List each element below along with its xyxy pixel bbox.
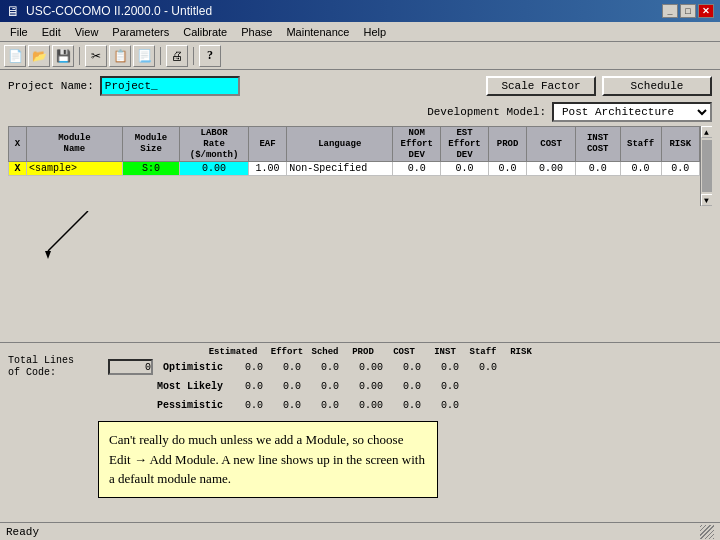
col-header-cost: COST — [527, 127, 576, 162]
cell-eaf[interactable]: 1.00 — [248, 162, 286, 176]
cell-module-name[interactable]: <sample> — [26, 162, 122, 176]
maximize-button[interactable]: □ — [680, 4, 696, 18]
cell-x: X — [9, 162, 27, 176]
optimistic-label: Optimistic — [157, 362, 227, 373]
scroll-down-arrow[interactable]: ▼ — [701, 194, 713, 206]
cell-inst-cost: 0.0 — [575, 162, 620, 176]
annotation-area: Can't really do much unless we add a Mod… — [8, 206, 712, 336]
total-lines-label: Total Linesof Code: — [8, 355, 74, 379]
opt-staff: 0.0 — [423, 362, 461, 373]
copy-button[interactable]: 📋 — [109, 45, 131, 67]
paste-button[interactable]: 📃 — [133, 45, 155, 67]
cell-staff: 0.0 — [620, 162, 661, 176]
schedule-button[interactable]: Schedule — [602, 76, 712, 96]
col-header-labor-rate: LABORRate($/month) — [180, 127, 249, 162]
dev-model-row: Development Model: Early Design Post Arc… — [8, 102, 712, 122]
project-row: Project Name: Scale Factor Schedule — [8, 76, 712, 96]
pess-effort: 0.0 — [227, 400, 265, 411]
col-header-eaf: EAF — [248, 127, 286, 162]
annotation-text: Can't really do much unless we add a Mod… — [109, 432, 425, 486]
cell-prod: 0.0 — [488, 162, 526, 176]
cell-est-effort: 0.0 — [441, 162, 489, 176]
scroll-up-arrow[interactable]: ▲ — [701, 126, 713, 138]
cut-button[interactable]: ✂ — [85, 45, 107, 67]
new-button[interactable]: 📄 — [4, 45, 26, 67]
col-header-inst-cost: INSTCOST — [575, 127, 620, 162]
svg-marker-1 — [45, 251, 51, 259]
most-likely-label: Most Likely — [157, 381, 227, 392]
menu-maintenance[interactable]: Maintenance — [280, 24, 355, 40]
project-name-input[interactable] — [100, 76, 240, 96]
ml-effort: 0.0 — [227, 381, 265, 392]
pessimistic-label: Pessimistic — [157, 400, 227, 411]
total-lines-input[interactable] — [108, 359, 153, 375]
ml-inst: 0.0 — [385, 381, 423, 392]
toolbar-separator-3 — [193, 47, 194, 65]
menu-calibrate[interactable]: Calibrate — [177, 24, 233, 40]
window-title: USC-COCOMO II.2000.0 - Untitled — [26, 4, 212, 18]
menu-phase[interactable]: Phase — [235, 24, 278, 40]
opt-sched: 0.0 — [265, 362, 303, 373]
totals-staff-header: Staff — [464, 347, 502, 357]
col-header-nom-effort: NOMEffortDEV — [393, 127, 441, 162]
cell-labor-rate[interactable]: 0.00 — [180, 162, 249, 176]
print-button[interactable]: 🖨 — [166, 45, 188, 67]
totals-inst-header: INST — [426, 347, 464, 357]
opt-inst: 0.0 — [385, 362, 423, 373]
opt-risk: 0.0 — [461, 362, 499, 373]
close-button[interactable]: ✕ — [698, 4, 714, 18]
minimize-button[interactable]: _ — [662, 4, 678, 18]
resize-handle[interactable] — [700, 525, 714, 539]
bottom-totals-area: Estimated Effort Sched PROD COST INST St… — [0, 342, 720, 418]
menu-help[interactable]: Help — [357, 24, 392, 40]
totals-sched-header: Sched — [306, 347, 344, 357]
title-bar-controls: _ □ ✕ — [662, 4, 714, 18]
toolbar: 📄 📂 💾 ✂ 📋 📃 🖨 ? — [0, 42, 720, 70]
totals-header-row: Estimated Effort Sched PROD COST INST St… — [8, 347, 712, 357]
table-container: X ModuleName ModuleSize LABORRate($/mont… — [8, 126, 712, 206]
cell-risk: 0.0 — [661, 162, 699, 176]
optimistic-row: Total Linesof Code: Optimistic 0.0 0.0 0… — [8, 358, 712, 376]
pessimistic-row: Pessimistic 0.0 0.0 0.0 0.00 0.0 0.0 — [8, 396, 712, 414]
totals-cost-header: COST — [382, 347, 426, 357]
pess-sched: 0.0 — [265, 400, 303, 411]
scroll-thumb[interactable] — [702, 140, 712, 192]
app-icon: 🖥 — [6, 3, 20, 19]
open-button[interactable]: 📂 — [28, 45, 50, 67]
dev-model-label: Development Model: — [427, 106, 546, 118]
title-bar: 🖥 USC-COCOMO II.2000.0 - Untitled _ □ ✕ — [0, 0, 720, 22]
menu-view[interactable]: View — [69, 24, 105, 40]
ml-staff: 0.0 — [423, 381, 461, 392]
toolbar-separator-2 — [160, 47, 161, 65]
scrollbar-right[interactable]: ▲ ▼ — [700, 126, 712, 206]
cell-nom-effort: 0.0 — [393, 162, 441, 176]
menu-parameters[interactable]: Parameters — [106, 24, 175, 40]
totals-risk-header: RISK — [502, 347, 540, 357]
table-row[interactable]: X <sample> S:0 0.00 1.00 Non-Specified 0… — [9, 162, 700, 176]
project-name-label: Project Name: — [8, 80, 94, 92]
menu-edit[interactable]: Edit — [36, 24, 67, 40]
ml-cost: 0.00 — [341, 381, 385, 392]
cell-language[interactable]: Non-Specified — [287, 162, 393, 176]
col-header-staff: Staff — [620, 127, 661, 162]
dev-model-select[interactable]: Early Design Post Architecture — [552, 102, 712, 122]
cell-module-size[interactable]: S:0 — [122, 162, 180, 176]
totals-prod-header: PROD — [344, 347, 382, 357]
col-header-risk: RISK — [661, 127, 699, 162]
help-button[interactable]: ? — [199, 45, 221, 67]
ml-prod: 0.0 — [303, 381, 341, 392]
pess-staff: 0.0 — [423, 400, 461, 411]
svg-line-0 — [48, 211, 88, 251]
col-header-est-effort: ESTEffortDEV — [441, 127, 489, 162]
scale-factor-button[interactable]: Scale Factor — [486, 76, 596, 96]
menu-file[interactable]: File — [4, 24, 34, 40]
opt-effort: 0.0 — [227, 362, 265, 373]
col-header-language: Language — [287, 127, 393, 162]
opt-prod: 0.0 — [303, 362, 341, 373]
col-header-prod: PROD — [488, 127, 526, 162]
cell-cost: 0.00 — [527, 162, 576, 176]
totals-estimated-header: Estimated — [198, 347, 268, 357]
pess-prod: 0.0 — [303, 400, 341, 411]
save-button[interactable]: 💾 — [52, 45, 74, 67]
pess-inst: 0.0 — [385, 400, 423, 411]
